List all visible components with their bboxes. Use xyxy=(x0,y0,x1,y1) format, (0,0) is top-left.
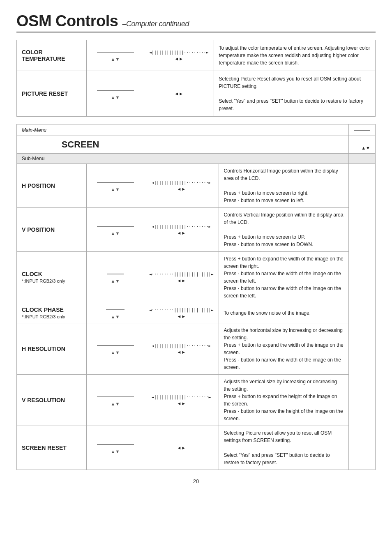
h-resolution-slider: ▲▼ xyxy=(87,323,144,375)
screen-reset-label: SCREEN RESET xyxy=(17,426,87,470)
clock-phase-row: CLOCK PHASE *:INPUT RGB2/3 only ▲▼ ◄····… xyxy=(17,303,376,323)
screen-reset-desc: Selecting Picture reset allow you to res… xyxy=(219,426,348,470)
screen-reset-slider: ▲▼ xyxy=(87,426,144,470)
clock-phase-label: CLOCK PHASE *:INPUT RGB2/3 only xyxy=(17,303,87,323)
screen-reset-row: SCREEN RESET ▲▼ ◄► Selecting Picture res… xyxy=(17,426,376,470)
page-number: 20 xyxy=(16,478,376,484)
screen-reset-bar: ◄► xyxy=(144,426,219,470)
screen-main-label: SCREEN xyxy=(17,136,144,154)
color-temp-desc: To adjust the color temperature of entir… xyxy=(214,40,376,71)
picture-reset-bar: ◄► xyxy=(144,71,214,117)
h-position-label: H POSITION xyxy=(17,164,87,208)
h-resolution-desc: Adjusts the horizontal size by increasin… xyxy=(219,323,348,375)
v-position-desc: Controls Vertical Image position within … xyxy=(219,208,348,252)
picture-reset-desc: Selecting Picture Reset allows you to re… xyxy=(214,71,376,117)
screen-submenu-row: Sub-Menu xyxy=(17,154,376,164)
h-position-desc: Controls Horizontal Image position withi… xyxy=(219,164,348,208)
h-position-slider: ▲▼ xyxy=(87,164,144,208)
h-resolution-row: H RESOLUTION ▲▼ ◄|||||||||||||·········►… xyxy=(17,323,376,375)
screen-submenu-label: Sub-Menu xyxy=(17,154,144,164)
top-controls-table: COLOR TEMPERATURE ▲▼ ◄|||||||||||||·····… xyxy=(16,40,376,117)
clock-phase-bar: ◄·········|||||||||||||||► ◄► xyxy=(144,303,219,323)
color-temp-slider: ▲▼ xyxy=(87,40,144,71)
v-resolution-row: V RESOLUTION ▲▼ ◄|||||||||||||·········►… xyxy=(17,375,376,426)
clock-desc: Press + button to expand the width of th… xyxy=(219,252,348,303)
v-position-slider: ▲▼ xyxy=(87,208,144,252)
page-title: OSM Controls –Computer continued xyxy=(16,12,376,30)
v-resolution-bar: ◄|||||||||||||·········► ◄► xyxy=(144,375,219,426)
v-resolution-label: V RESOLUTION xyxy=(17,375,87,426)
v-position-label: V POSITION xyxy=(17,208,87,252)
v-resolution-desc: Adjusts the vertical size by increasing … xyxy=(219,375,348,426)
clock-phase-slider: ▲▼ xyxy=(87,303,144,323)
color-temp-row: COLOR TEMPERATURE ▲▼ ◄|||||||||||||·····… xyxy=(17,40,376,71)
clock-slider: ▲▼ xyxy=(87,252,144,303)
v-position-row: V POSITION ▲▼ ◄|||||||||||||·········► ◄… xyxy=(17,208,376,252)
h-resolution-bar: ◄|||||||||||||·········► ◄► xyxy=(144,323,219,375)
h-position-bar: ◄|||||||||||||·········► ◄► xyxy=(144,164,219,208)
clock-row: CLOCK *:INPUT RGB2/3 only ▲▼ ◄·········|… xyxy=(17,252,376,303)
picture-reset-slider: ▲▼ xyxy=(87,71,144,117)
h-resolution-label: H RESOLUTION xyxy=(17,323,87,375)
main-menu-label: Main-Menu xyxy=(17,124,144,136)
h-position-row: H POSITION ▲▼ ◄|||||||||||||·········► ◄… xyxy=(17,164,376,208)
screen-section-table: Main-Menu SCREEN ▲▼ Sub-Menu H POSITION xyxy=(16,124,376,470)
screen-header-row: Main-Menu xyxy=(17,124,376,136)
picture-reset-row: PICTURE RESET ▲▼ ◄► Selecting Picture Re… xyxy=(17,71,376,117)
clock-phase-desc: To change the snow noise of the image. xyxy=(219,303,348,323)
screen-main-row: SCREEN ▲▼ xyxy=(17,136,376,154)
color-temp-bar: ◄|||||||||||||·········► ◄► xyxy=(144,40,214,71)
clock-label: CLOCK *:INPUT RGB2/3 only xyxy=(17,252,87,303)
v-resolution-slider: ▲▼ xyxy=(87,375,144,426)
picture-reset-label: PICTURE RESET xyxy=(17,71,87,117)
v-position-bar: ◄|||||||||||||·········► ◄► xyxy=(144,208,219,252)
color-temp-label: COLOR TEMPERATURE xyxy=(17,40,87,71)
clock-bar: ◄·········|||||||||||||||► ◄► xyxy=(144,252,219,303)
